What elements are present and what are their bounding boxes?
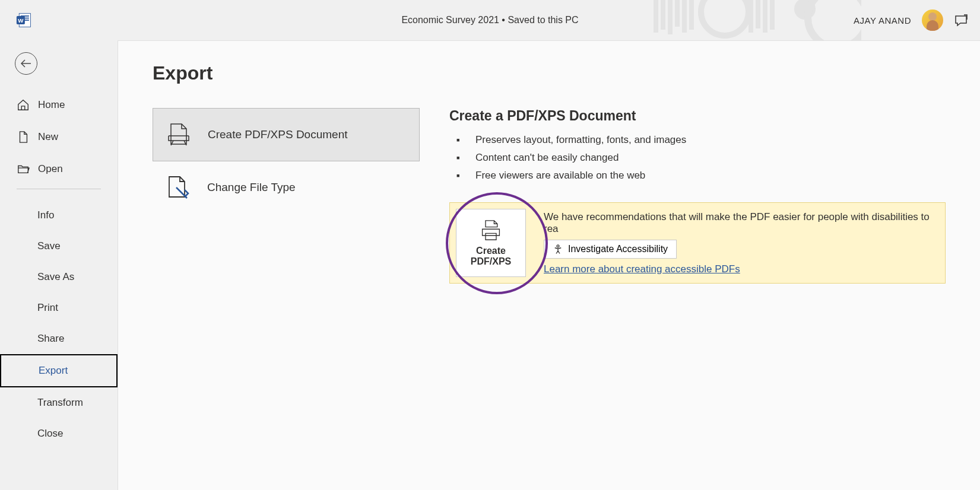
document-icon bbox=[17, 131, 30, 144]
accessibility-icon bbox=[553, 244, 563, 254]
change-file-icon bbox=[164, 176, 191, 199]
nav-print[interactable]: Print bbox=[0, 292, 118, 323]
detail-section: Create a PDF/XPS Document Preserves layo… bbox=[449, 108, 946, 284]
export-option-change-type[interactable]: Change File Type bbox=[153, 161, 420, 214]
accessibility-notice: Create PDF/XPS We have recommendations t… bbox=[449, 202, 946, 284]
export-option-pdf-xps[interactable]: Create PDF/XPS Document bbox=[153, 108, 420, 161]
svg-rect-8 bbox=[668, 0, 673, 34]
decorative-pattern bbox=[654, 0, 861, 40]
investigate-label: Investigate Accessibility bbox=[568, 244, 668, 254]
page-title: Export bbox=[153, 62, 946, 84]
investigate-accessibility-button[interactable]: Investigate Accessibility bbox=[544, 240, 677, 259]
create-btn-line1: Create bbox=[471, 246, 511, 256]
nav-transform[interactable]: Transform bbox=[0, 387, 118, 418]
svg-point-19 bbox=[557, 245, 559, 247]
printer-icon bbox=[479, 219, 503, 241]
export-options-list: Create PDF/XPS Document Change File Type bbox=[153, 108, 420, 284]
svg-rect-11 bbox=[689, 0, 694, 30]
svg-rect-15 bbox=[763, 0, 767, 33]
home-icon bbox=[17, 98, 30, 112]
word-app-icon: W bbox=[16, 12, 33, 28]
title-bar: W Economic Survey 2021 • Saved to this P… bbox=[0, 0, 980, 40]
backstage-sidebar: Home New Open Info Save Save As Print bbox=[0, 40, 118, 490]
nav-label: Home bbox=[38, 99, 65, 111]
accessibility-message: We have recommendations that will make t… bbox=[544, 211, 939, 235]
detail-title: Create a PDF/XPS Document bbox=[449, 108, 946, 124]
folder-icon bbox=[17, 163, 30, 176]
detail-bullet: Preserves layout, formatting, fonts, and… bbox=[456, 131, 946, 149]
detail-bullet: Content can't be easily changed bbox=[456, 149, 946, 167]
nav-label: New bbox=[38, 131, 58, 143]
svg-rect-6 bbox=[654, 0, 658, 33]
nav-label: Info bbox=[37, 209, 54, 221]
svg-point-12 bbox=[701, 0, 749, 36]
user-section: AJAY ANAND bbox=[854, 9, 968, 31]
nav-home[interactable]: Home bbox=[0, 89, 118, 121]
svg-rect-7 bbox=[661, 0, 665, 30]
user-name: AJAY ANAND bbox=[854, 15, 911, 26]
svg-rect-10 bbox=[682, 0, 687, 33]
export-option-label: Create PDF/XPS Document bbox=[208, 128, 347, 141]
nav-export[interactable]: Export bbox=[0, 354, 118, 387]
nav-new[interactable]: New bbox=[0, 121, 118, 153]
svg-rect-9 bbox=[675, 0, 680, 27]
nav-label: Transform bbox=[37, 397, 83, 409]
nav-label: Save As bbox=[37, 271, 74, 283]
create-pdf-xps-button[interactable]: Create PDF/XPS bbox=[456, 209, 526, 277]
back-button[interactable] bbox=[15, 52, 37, 75]
pdf-document-icon bbox=[165, 123, 191, 147]
content-area: Export Create PDF/XPS Document C bbox=[118, 40, 980, 490]
detail-bullet: Free viewers are available on the web bbox=[456, 167, 946, 184]
nav-save[interactable]: Save bbox=[0, 231, 118, 262]
nav-close[interactable]: Close bbox=[0, 418, 118, 449]
svg-text:W: W bbox=[18, 17, 24, 24]
svg-rect-14 bbox=[756, 0, 760, 28]
create-btn-line2: PDF/XPS bbox=[471, 256, 511, 267]
svg-rect-13 bbox=[749, 0, 753, 33]
nav-label: Open bbox=[38, 163, 63, 175]
nav-label: Save bbox=[37, 240, 61, 252]
nav-save-as[interactable]: Save As bbox=[0, 262, 118, 292]
user-avatar[interactable] bbox=[922, 9, 943, 31]
nav-label: Close bbox=[37, 428, 63, 440]
comments-icon[interactable] bbox=[954, 13, 968, 27]
svg-rect-16 bbox=[770, 0, 775, 30]
export-option-label: Change File Type bbox=[207, 181, 296, 194]
detail-bullets: Preserves layout, formatting, fonts, and… bbox=[449, 131, 946, 184]
nav-open[interactable]: Open bbox=[0, 153, 118, 185]
nav-share[interactable]: Share bbox=[0, 323, 118, 354]
nav-divider bbox=[17, 189, 101, 189]
nav-label: Export bbox=[39, 365, 68, 377]
nav-label: Share bbox=[37, 333, 64, 345]
learn-more-link[interactable]: Learn more about creating accessible PDF… bbox=[544, 263, 740, 275]
nav-info[interactable]: Info bbox=[0, 200, 118, 231]
nav-label: Print bbox=[37, 302, 58, 314]
